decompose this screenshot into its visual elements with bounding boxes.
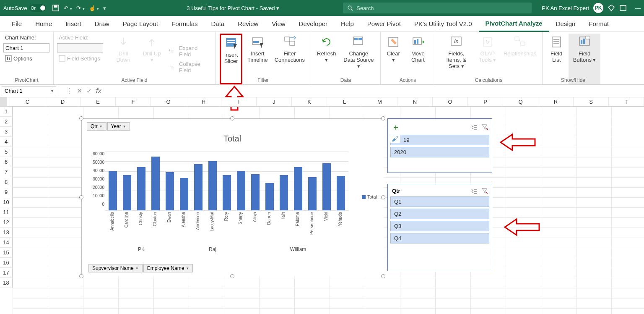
column-header[interactable]: J (257, 97, 292, 106)
row-header[interactable]: 14 (0, 238, 13, 248)
tab-pk-s-utility-tool-v2-0[interactable]: PK's Utility Tool V2.0 (408, 16, 479, 32)
chart-element-plus-icon[interactable]: ＋ (392, 122, 400, 132)
clear-filter-icon[interactable] (482, 188, 488, 194)
row-header[interactable]: 8 (0, 177, 13, 187)
refresh-button[interactable]: Refresh ▾ (314, 34, 339, 84)
tab-pivotchart-analyze[interactable]: PivotChart Analyze (479, 16, 549, 32)
column-header[interactable]: R (538, 97, 574, 106)
row-header[interactable]: 6 (0, 157, 13, 167)
slicer-item[interactable]: Q4 (390, 233, 489, 243)
chart-style-brush-icon[interactable]: 🖌 (390, 135, 400, 143)
row-header[interactable]: 13 (0, 228, 13, 238)
chart-title[interactable]: Total (82, 134, 383, 144)
bar[interactable] (223, 175, 231, 210)
resize-handle[interactable] (381, 116, 385, 120)
row-header[interactable]: 1 (0, 107, 13, 117)
search-input[interactable]: Search (343, 3, 532, 13)
tab-review[interactable]: Review (231, 16, 265, 32)
resize-handle[interactable] (230, 116, 234, 120)
column-header[interactable]: T (609, 97, 644, 106)
cancel-formula-icon[interactable]: ✕ (77, 87, 82, 95)
bar[interactable] (180, 178, 188, 210)
multiselect-icon[interactable] (471, 188, 478, 194)
row-header[interactable]: 16 (0, 258, 13, 268)
tab-developer[interactable]: Developer (292, 16, 334, 32)
undo-icon[interactable]: ↶ ▾ (64, 5, 72, 11)
row-header[interactable]: 10 (0, 197, 13, 207)
chart-field-button[interactable]: Employee Name▼ (143, 264, 193, 272)
bar[interactable] (123, 175, 131, 210)
slicer-item[interactable]: Q2 (390, 209, 489, 219)
diamond-icon[interactable] (608, 4, 615, 12)
select-all-cell[interactable] (0, 97, 7, 106)
column-header[interactable]: P (468, 97, 503, 106)
resize-handle[interactable] (230, 274, 234, 278)
redo-icon[interactable]: ↷ ▾ (76, 5, 85, 11)
column-header[interactable]: G (151, 97, 186, 106)
slicer-qtr[interactable]: Qtr Q1Q2Q3Q4 (387, 184, 492, 271)
column-header[interactable]: N (397, 97, 433, 106)
column-header[interactable]: M (362, 97, 397, 106)
tab-insert[interactable]: Insert (59, 16, 88, 32)
row-header[interactable]: 5 (0, 147, 13, 157)
clear-filter-icon[interactable] (482, 124, 488, 130)
resize-handle[interactable] (79, 195, 83, 199)
bar[interactable] (237, 171, 245, 210)
column-header[interactable]: E (80, 97, 116, 106)
tab-design[interactable]: Design (549, 16, 582, 32)
qat-customize[interactable]: ▾ (103, 5, 106, 11)
bar[interactable] (166, 172, 174, 210)
row-header[interactable]: 18 (0, 278, 13, 288)
bar[interactable] (208, 161, 217, 210)
name-box[interactable]: Chart 1▾ (2, 86, 56, 96)
slicer-item[interactable]: 2020 (390, 147, 489, 157)
ribbon-display-icon[interactable] (619, 4, 627, 12)
column-header[interactable]: I (221, 97, 257, 106)
column-header[interactable]: C (10, 97, 45, 106)
column-header[interactable]: S (574, 97, 609, 106)
field-list-button[interactable]: Field List (546, 34, 567, 84)
row-header[interactable]: 4 (0, 137, 13, 147)
user-area[interactable]: PK An Excel Expert PK (542, 3, 627, 13)
column-header[interactable]: K (292, 97, 327, 106)
chart-field-button[interactable]: Supvervisor Name▼ (88, 264, 143, 272)
bar[interactable] (322, 163, 331, 210)
bar[interactable] (337, 176, 345, 210)
tab-help[interactable]: Help (334, 16, 361, 32)
slicer-item[interactable]: 🖌 19 (390, 135, 489, 145)
autosave-toggle[interactable]: AutoSave On (3, 4, 46, 12)
slicer-item[interactable]: Q1 (390, 196, 489, 207)
row-header[interactable]: 2 (0, 117, 13, 127)
tab-data[interactable]: Data (204, 16, 231, 32)
tab-formulas[interactable]: Formulas (165, 16, 205, 32)
clear-button[interactable]: Clear ▾ (384, 34, 403, 84)
insert-slicer-button[interactable]: Insert Slicer (220, 34, 242, 84)
column-header[interactable]: F (116, 97, 151, 106)
bar[interactable] (251, 174, 260, 210)
field-buttons-button[interactable]: Field Buttons ▾ (569, 34, 600, 84)
enter-formula-icon[interactable]: ✓ (86, 87, 92, 95)
row-header[interactable]: 17 (0, 268, 13, 278)
resize-handle[interactable] (381, 274, 385, 278)
change-data-source-button[interactable]: Change Data Source ▾ (340, 34, 377, 84)
bar[interactable] (109, 171, 117, 210)
chart-name-input[interactable] (3, 43, 49, 52)
row-header[interactable]: 7 (0, 167, 13, 177)
tab-power-pivot[interactable]: Power Pivot (361, 16, 408, 32)
formula-input[interactable] (104, 86, 644, 96)
tab-draw[interactable]: Draw (88, 16, 116, 32)
bar[interactable] (194, 164, 203, 210)
row-header[interactable]: 9 (0, 187, 13, 197)
filter-connections-button[interactable]: Filter Connections (272, 34, 307, 84)
move-chart-button[interactable]: Move Chart (405, 34, 431, 84)
tab-file[interactable]: File (5, 16, 29, 32)
resize-handle[interactable] (79, 274, 83, 278)
worksheet-grid[interactable]: CDEFGHIJKLMNOPQRST 123456789101112131415… (0, 97, 644, 314)
multiselect-icon[interactable] (471, 124, 478, 130)
column-header[interactable]: D (45, 97, 80, 106)
tab-format[interactable]: Format (582, 16, 615, 32)
column-header[interactable]: H (186, 97, 221, 106)
tab-home[interactable]: Home (29, 16, 59, 32)
fields-items-sets-button[interactable]: fx Fields, Items, & Sets ▾ (439, 34, 474, 84)
bar[interactable] (265, 183, 274, 210)
